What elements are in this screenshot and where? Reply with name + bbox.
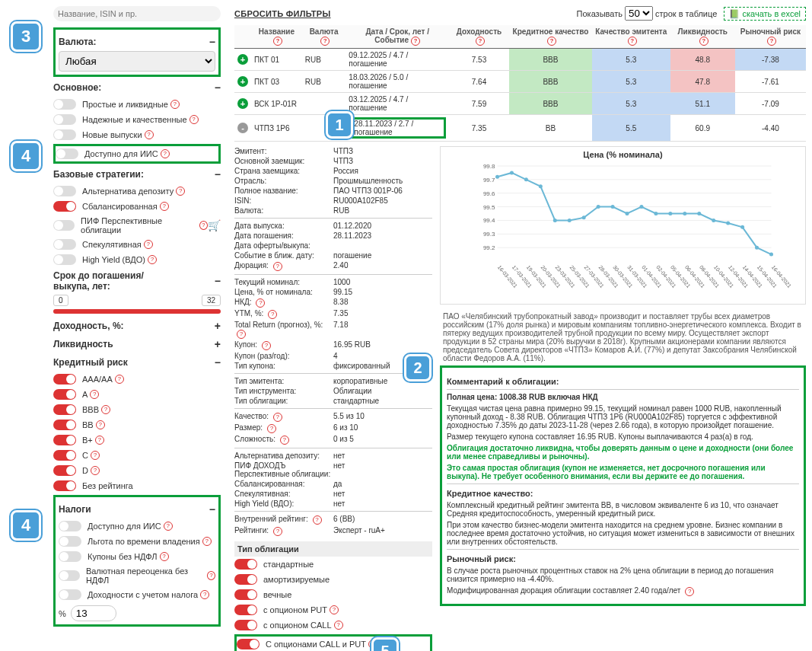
help-icon[interactable]: ? [202, 537, 212, 546]
col-header[interactable] [234, 25, 251, 49]
toggle[interactable] [53, 374, 76, 385]
tax-pct-input[interactable] [71, 605, 116, 621]
help-icon[interactable]: ? [91, 451, 100, 460]
toggle[interactable] [59, 570, 80, 581]
toggle[interactable] [53, 99, 76, 110]
credit-header[interactable]: Кредитный риск− [53, 353, 221, 372]
help-icon[interactable]: ? [273, 262, 282, 271]
expand-icon[interactable]: + [237, 76, 248, 87]
col-header[interactable]: Качество эмитента? [592, 25, 670, 49]
toggle[interactable] [59, 589, 81, 600]
toggle-label: Спекулятивная [82, 240, 142, 249]
col-header[interactable]: Рыночный риск? [735, 25, 806, 49]
expand-icon[interactable]: - [237, 123, 248, 133]
help-icon[interactable]: ? [95, 436, 104, 445]
toggle[interactable] [59, 551, 81, 562]
toggle[interactable] [234, 559, 257, 570]
maturity-slider[interactable] [53, 309, 221, 314]
toggle[interactable] [53, 465, 76, 476]
rows-select[interactable]: 50 [625, 6, 653, 21]
toggle[interactable] [234, 620, 257, 630]
toggle[interactable] [53, 420, 76, 430]
help-icon[interactable]: ? [145, 130, 154, 139]
help-icon[interactable]: ? [170, 100, 180, 109]
help-icon[interactable]: ? [268, 310, 277, 319]
search-input[interactable] [53, 6, 221, 21]
help-icon[interactable]: ? [280, 436, 289, 445]
detail-row: Событие в ближ. дату:погашение [234, 251, 432, 260]
yield-header[interactable]: Доходность, %:+ [53, 317, 221, 335]
maturity-min[interactable]: 0 [53, 295, 68, 306]
table-row[interactable]: + ПКТ 01RUB 09.12.2025 / 4.7 / погашение… [234, 49, 806, 71]
toggle[interactable] [53, 450, 76, 461]
expand-icon[interactable]: + [237, 54, 248, 65]
help-icon[interactable]: ? [176, 187, 185, 196]
help-icon[interactable]: ? [164, 522, 173, 531]
toggle[interactable] [56, 148, 78, 159]
help-icon[interactable]: ? [256, 298, 265, 308]
help-icon[interactable]: ? [199, 221, 208, 230]
toggle[interactable] [53, 201, 76, 212]
help-icon[interactable]: ? [148, 255, 157, 264]
help-icon[interactable]: ? [189, 115, 199, 124]
help-icon[interactable]: ? [160, 552, 169, 561]
toggle[interactable] [53, 254, 76, 265]
basic-header[interactable]: Основное:− [53, 78, 221, 97]
maturity-header[interactable]: Срок до погашения/ выкупа, лет:− [53, 267, 221, 295]
toggle[interactable] [53, 404, 76, 415]
help-icon[interactable]: ? [101, 405, 110, 414]
toggle[interactable] [237, 639, 260, 649]
toggle[interactable] [234, 605, 257, 615]
toggle[interactable] [53, 389, 76, 400]
toggle[interactable] [234, 574, 257, 585]
toggle[interactable] [53, 239, 76, 250]
help-icon[interactable]: ? [207, 571, 215, 580]
help-icon[interactable]: ? [273, 413, 282, 422]
col-header[interactable]: Ликвидность? [670, 25, 735, 49]
help-icon[interactable]: ? [96, 420, 105, 429]
expand-icon[interactable]: + [237, 98, 248, 109]
table-row[interactable]: - ЧТПЗ 1Р6 28.11.2023 / 2.7 / погашение7… [234, 115, 806, 142]
help-icon[interactable]: ? [334, 621, 343, 630]
help-icon[interactable]: ? [273, 527, 282, 536]
taxes-header[interactable]: Налоги− [59, 500, 215, 519]
strategies-header[interactable]: Базовые стратегии:− [53, 165, 221, 183]
toggle[interactable] [53, 220, 75, 231]
col-header[interactable]: Название? [251, 25, 302, 49]
maturity-max[interactable]: 32 [202, 295, 221, 306]
help-icon[interactable]: ? [115, 375, 124, 384]
help-icon[interactable]: ? [262, 341, 271, 350]
table-row[interactable]: + ПКТ 03RUB 18.03.2026 / 5.0 / погашение… [234, 71, 806, 93]
table-row[interactable]: + ВСК 1Р-01R 03.12.2025 / 4.7 / погашени… [234, 93, 806, 115]
toggle[interactable] [53, 129, 76, 140]
help-icon[interactable]: ? [161, 149, 170, 158]
help-icon[interactable]: ? [267, 424, 276, 433]
help-icon[interactable]: ? [237, 330, 246, 339]
toggle[interactable] [53, 480, 76, 491]
currency-select[interactable]: Любая [59, 51, 215, 72]
col-header[interactable]: Доходность? [449, 25, 509, 49]
cart-icon[interactable]: 🛒 [208, 219, 221, 231]
help-icon[interactable]: ? [90, 390, 99, 399]
toggle[interactable] [59, 521, 81, 531]
toggle[interactable] [59, 536, 81, 547]
help-icon[interactable]: ? [200, 590, 209, 599]
toggle[interactable] [234, 589, 257, 600]
currency-header[interactable]: Валюта: − [59, 33, 215, 51]
help-icon[interactable]: ? [144, 240, 153, 249]
help-icon[interactable]: ? [160, 202, 169, 211]
reset-filters-link[interactable]: СБРОСИТЬ ФИЛЬТРЫ [234, 9, 331, 18]
col-header[interactable]: Кредитное качество? [509, 25, 592, 49]
col-header[interactable]: Дата / Срок, лет / Событие? [345, 25, 449, 49]
toggle[interactable] [53, 186, 76, 196]
excel-download[interactable]: 📗 скачать в excel [724, 7, 806, 21]
col-header[interactable]: Валюта? [302, 25, 346, 49]
liquidity-header[interactable]: Ликвидность+ [53, 335, 221, 353]
help-icon[interactable]: ? [330, 605, 339, 614]
toggle[interactable] [53, 435, 76, 445]
toggle[interactable] [53, 114, 76, 125]
help-icon[interactable]: ? [91, 466, 100, 475]
help-icon[interactable]: ? [313, 515, 322, 525]
svg-point-26 [668, 212, 672, 215]
help-icon[interactable]: ? [685, 587, 694, 596]
